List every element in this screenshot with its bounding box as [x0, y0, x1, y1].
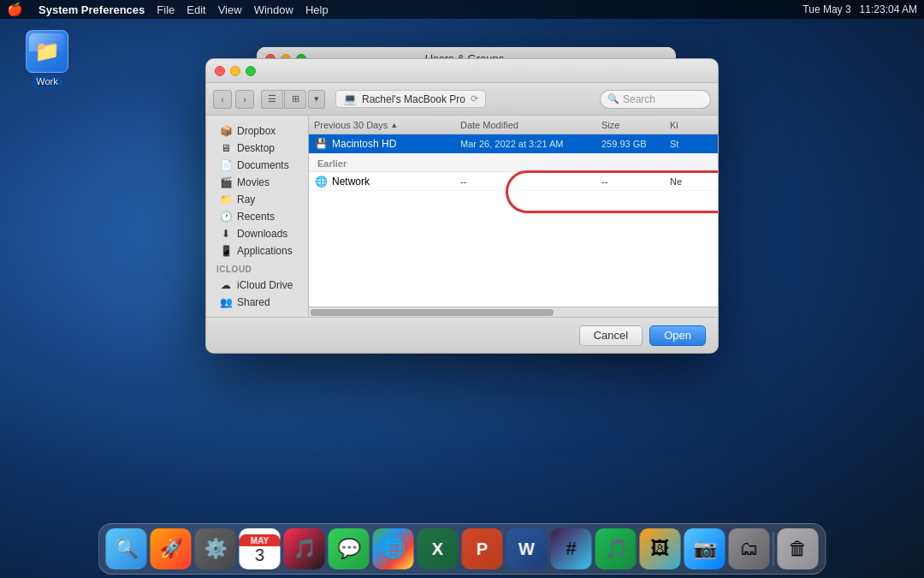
fp-location[interactable]: 💻 Rachel's MacBook Pro ⟳: [335, 90, 486, 108]
locations-section-label: Locations: [206, 311, 308, 317]
dock-item-messages[interactable]: 💬: [329, 528, 370, 569]
dock-item-image-capture[interactable]: 📷: [684, 528, 726, 569]
apple-menu[interactable]: 🍎: [7, 2, 23, 17]
dock-item-calendar[interactable]: MAY 3: [240, 528, 281, 569]
menubar-time: 11:23:04 AM: [860, 3, 917, 15]
dock-item-slack[interactable]: #: [551, 528, 592, 569]
dropdown-view-button[interactable]: ▾: [308, 90, 325, 109]
menubar-file[interactable]: File: [157, 3, 175, 16]
recents-icon: 🕐: [220, 211, 232, 223]
fp-back-button[interactable]: ‹: [213, 90, 232, 109]
menubar-edit[interactable]: Edit: [187, 3, 205, 16]
network-file-icon: 🌐: [314, 175, 328, 188]
fp-forward-button[interactable]: ›: [235, 90, 254, 109]
desktop: 🍎 System Preferences File Edit View Wind…: [0, 0, 924, 578]
file-picker-dialog: ‹ › ☰ ⊞ ▾ 💻 Rachel's MacBook Pro ⟳ 🔍 Sea…: [205, 58, 719, 354]
icloud-section-label: iCloud: [206, 259, 308, 277]
dock-separator: [773, 532, 774, 566]
sidebar-item-downloads[interactable]: ⬇ Downloads: [210, 225, 305, 242]
dock-item-word[interactable]: W: [506, 528, 548, 569]
icloud-icon: ☁: [220, 279, 232, 291]
fp-titlebar: [206, 59, 718, 83]
dock-item-system-preferences[interactable]: ⚙️: [195, 528, 236, 569]
grid-view-button[interactable]: ⊞: [284, 90, 306, 109]
fp-content: 📦 Dropbox 🖥 Desktop 📄 Documents 🎬 Movies…: [206, 116, 718, 317]
fp-file-area: Previous 30 Days ▲ Date Modified Size Ki…: [309, 116, 718, 317]
sidebar-item-movies[interactable]: 🎬 Movies: [210, 174, 305, 191]
menubar-app-name[interactable]: System Preferences: [38, 3, 145, 16]
fp-cancel-button[interactable]: Cancel: [579, 325, 643, 346]
dock-item-spotify[interactable]: 🎵: [595, 528, 637, 569]
file-row-network[interactable]: 🌐 Network -- -- Ne: [309, 172, 718, 191]
fp-footer: Cancel Open: [206, 317, 718, 353]
fp-close-button[interactable]: [215, 66, 225, 76]
fp-sidebar: 📦 Dropbox 🖥 Desktop 📄 Documents 🎬 Movies…: [206, 116, 309, 317]
fp-open-button[interactable]: Open: [649, 325, 706, 346]
sidebar-item-applications[interactable]: 📱 Applications: [210, 242, 305, 259]
dock-item-trash[interactable]: 🗑: [778, 528, 819, 569]
fp-file-list: 💾 Macintosh HD Mar 26, 2022 at 3:21 AM 2…: [309, 134, 718, 307]
shared-icon: 👥: [220, 296, 232, 308]
sort-icon: ▲: [390, 121, 398, 129]
scrollbar-track: [311, 309, 716, 316]
menubar-date: Tue May 3: [803, 3, 850, 15]
search-icon: 🔍: [607, 93, 619, 104]
list-view-button[interactable]: ☰: [261, 90, 283, 109]
desktop-work-folder[interactable]: 📁 Work: [17, 30, 77, 87]
sidebar-item-shared[interactable]: 👥 Shared: [210, 294, 305, 311]
menubar: 🍎 System Preferences File Edit View Wind…: [0, 0, 924, 19]
dock-item-excel[interactable]: X: [418, 528, 459, 569]
fp-minimize-button[interactable]: [230, 66, 240, 76]
scrollbar-thumb[interactable]: [311, 309, 554, 316]
dock-item-finder[interactable]: 🔍: [106, 528, 147, 569]
ray-icon: 📁: [220, 194, 232, 206]
col-name-label[interactable]: Previous 30 Days: [314, 120, 388, 130]
sidebar-item-icloud-drive[interactable]: ☁ iCloud Drive: [210, 277, 305, 294]
location-refresh-icon[interactable]: ⟳: [471, 93, 478, 104]
dropbox-icon: 📦: [220, 125, 232, 137]
menubar-help[interactable]: Help: [305, 3, 329, 16]
col-date-label: Date Modified: [460, 120, 601, 130]
sidebar-item-documents[interactable]: 📄 Documents: [210, 157, 305, 174]
dock-item-chrome[interactable]: 🌐: [373, 528, 414, 569]
applications-icon: 📱: [220, 245, 232, 257]
fp-maximize-button[interactable]: [246, 66, 256, 76]
folder-label: Work: [33, 75, 61, 87]
downloads-icon: ⬇: [220, 228, 232, 240]
sidebar-item-dropbox[interactable]: 📦 Dropbox: [210, 122, 305, 140]
dock-item-preview[interactable]: 🖼: [640, 528, 681, 569]
dock-item-music[interactable]: 🎵: [284, 528, 325, 569]
col-kind-label: Ki: [670, 120, 713, 130]
earlier-group-label: Earlier: [309, 153, 718, 172]
folder-icon: 📁: [26, 30, 68, 73]
file-row-macintosh-hd[interactable]: 💾 Macintosh HD Mar 26, 2022 at 3:21 AM 2…: [309, 134, 718, 153]
dock-item-launchpad[interactable]: 🚀: [151, 528, 192, 569]
desktop-icon: 🖥: [220, 142, 232, 154]
dock-item-utility[interactable]: 🗂: [729, 528, 770, 569]
documents-icon: 📄: [220, 159, 232, 171]
col-size-label: Size: [601, 120, 670, 130]
sidebar-item-recents[interactable]: 🕐 Recents: [210, 208, 305, 225]
fp-search[interactable]: 🔍 Search: [600, 90, 711, 109]
sidebar-item-ray[interactable]: 📁 Ray: [210, 191, 305, 208]
sidebar-item-desktop[interactable]: 🖥 Desktop: [210, 140, 305, 157]
fp-toolbar: ‹ › ☰ ⊞ ▾ 💻 Rachel's MacBook Pro ⟳ 🔍 Sea…: [206, 83, 718, 116]
menubar-window[interactable]: Window: [254, 3, 293, 16]
column-header: Previous 30 Days ▲ Date Modified Size Ki: [309, 116, 718, 134]
dock: 🔍 🚀 ⚙️ MAY 3 🎵 💬 🌐 X P W # 🎵 🖼 📷 🗂 🗑: [98, 523, 826, 575]
fp-scrollbar[interactable]: [309, 307, 718, 317]
hd-icon: 💾: [314, 137, 328, 151]
movies-icon: 🎬: [220, 176, 232, 188]
menubar-view[interactable]: View: [218, 3, 242, 16]
macbook-icon: 💻: [343, 92, 357, 105]
dock-item-powerpoint[interactable]: P: [462, 528, 503, 569]
